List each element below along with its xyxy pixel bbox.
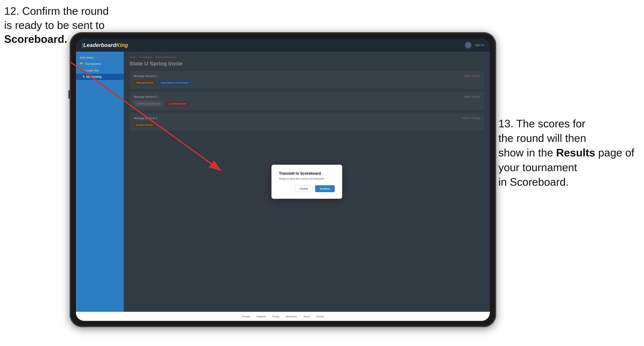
nav-right: 👤 Sign In [465, 42, 484, 48]
edit-icon: ✎ [82, 75, 85, 78]
sidebar: MAIN MENU 🏆 Tournaments + Create New ✎ E… [76, 52, 124, 312]
tablet-screen: [ LeaderboardKing 👤 Sign In MAIN MENU 🏆 [76, 38, 490, 321]
main-area: MAIN MENU 🏆 Tournaments + Create New ✎ E… [76, 52, 490, 312]
annotation-right: 13. The scores for the round will then s… [498, 116, 640, 189]
trophy-icon: 🏆 [80, 62, 83, 65]
tablet-side-button [68, 90, 70, 99]
modal-confirm-button[interactable]: Confirm [315, 185, 335, 192]
modal-actions: Cancel Confirm [279, 185, 335, 192]
app-footer: Product Features Pricing Resources Terms… [76, 312, 490, 321]
footer-link-product[interactable]: Product [242, 315, 250, 318]
avatar: 👤 [465, 42, 472, 48]
top-navbar: [ LeaderboardKing 👤 Sign In [76, 38, 490, 52]
footer-link-resources[interactable]: Resources [286, 315, 297, 318]
sign-in-label[interactable]: Sign In [475, 43, 484, 47]
modal-box: Transmit to Scoreboard Ready to send thi… [272, 165, 342, 199]
footer-link-pricing[interactable]: Pricing [272, 315, 279, 318]
plus-icon: + [82, 69, 84, 72]
footer-link-terms[interactable]: Terms [304, 315, 310, 318]
footer-link-privacy[interactable]: Privacy [316, 315, 324, 318]
sidebar-section-label: MAIN MENU [76, 55, 124, 60]
content-area: Home › Tournaments › State U Spring Invi… [124, 52, 490, 312]
app-layout: [ LeaderboardKing 👤 Sign In MAIN MENU 🏆 [76, 38, 490, 321]
annotation-top-left: 12. Confirm the round is ready to be sen… [4, 4, 109, 46]
modal-subtitle: Ready to send this round to Scoreboard? [279, 177, 335, 180]
tablet-shell: [ LeaderboardKing 👤 Sign In MAIN MENU 🏆 [70, 32, 496, 327]
sidebar-sub-item-edit-existing[interactable]: ✎ Edit Existing [76, 74, 124, 80]
sidebar-item-tournaments[interactable]: 🏆 Tournaments [76, 60, 124, 67]
modal-cancel-button[interactable]: Cancel [295, 185, 313, 192]
modal-title: Transmit to Scoreboard [279, 171, 335, 176]
footer-link-features[interactable]: Features [256, 315, 266, 318]
modal-overlay: Transmit to Scoreboard Ready to send thi… [124, 52, 490, 312]
sidebar-sub-item-create-new[interactable]: + Create New [76, 67, 124, 74]
